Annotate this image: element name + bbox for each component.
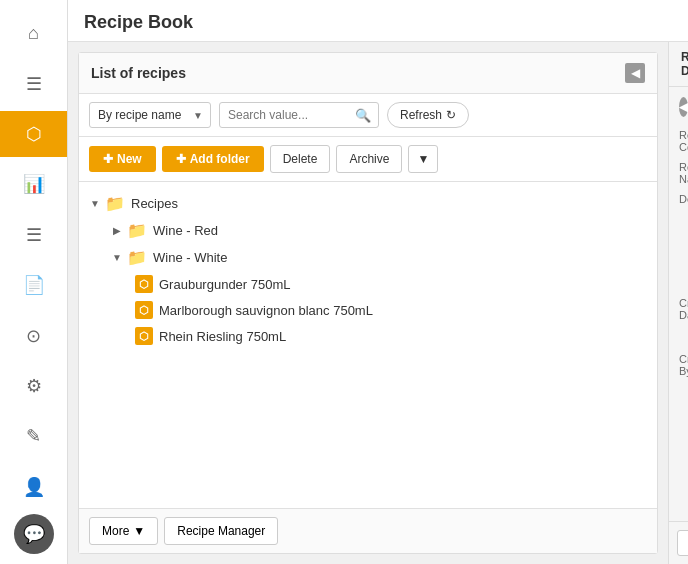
tree-item-rhein[interactable]: ⬡ Rhein Riesling 750mL bbox=[79, 323, 657, 349]
tree-toggle-root: ▼ bbox=[87, 198, 103, 209]
list-panel: List of recipes ◀ By recipe name By cate… bbox=[78, 52, 658, 554]
more-button[interactable]: More ▼ bbox=[89, 517, 158, 545]
list-panel-header: List of recipes ◀ bbox=[79, 53, 657, 94]
tree-label-wine-white: Wine - White bbox=[153, 250, 227, 265]
folder-icon-wine-white: 📁 bbox=[127, 248, 147, 267]
filter-toolbar: By recipe name By category By date ▼ 🔍 R… bbox=[79, 94, 657, 137]
recipe-manager-button[interactable]: Recipe Manager bbox=[164, 517, 278, 545]
more-chevron-icon: ▼ bbox=[133, 524, 145, 538]
sidebar: ⌂ ☰ ⬡ 📊 ☰ 📄 ⊙ ⚙ ✎ 👤 💬 bbox=[0, 0, 68, 564]
user-icon: 👤 bbox=[23, 476, 45, 498]
search-wrapper: 🔍 bbox=[219, 102, 379, 128]
tree-label-rhein: Rhein Riesling 750mL bbox=[159, 329, 286, 344]
sidebar-item-recipe-book[interactable]: ⬡ bbox=[0, 111, 67, 157]
action-toolbar: ✚ New ✚ Add folder Delete Archive ▼ bbox=[79, 137, 657, 182]
tree-label-grauburgunder: Grauburgunder 750mL bbox=[159, 277, 291, 292]
right-panel: Recipe Details ◀ Reci Recipe Code Recipe… bbox=[668, 42, 688, 564]
search-input[interactable] bbox=[219, 102, 379, 128]
settings-user-icon: ⚙ bbox=[26, 375, 42, 397]
sidebar-item-circle[interactable]: ⊙ bbox=[0, 312, 67, 358]
save-as-stock-button[interactable]: Save as Stock I bbox=[677, 530, 688, 556]
list-icon: ☰ bbox=[26, 73, 42, 95]
plus-icon: ✚ bbox=[103, 152, 113, 166]
folder-icon-root: 📁 bbox=[105, 194, 125, 213]
tree-item-grauburgunder[interactable]: ⬡ Grauburgunder 750mL bbox=[79, 271, 657, 297]
analytics-icon: 📊 bbox=[23, 173, 45, 195]
page-header: Recipe Book bbox=[68, 0, 688, 42]
new-label: New bbox=[117, 152, 142, 166]
tree-container: ▼ 📁 Recipes ▶ 📁 Wine - Red ▼ 📁 Wine - Wh… bbox=[79, 182, 657, 508]
chevron-down-icon: ▼ bbox=[417, 152, 429, 166]
refresh-icon: ↻ bbox=[446, 108, 456, 122]
add-folder-label: Add folder bbox=[190, 152, 250, 166]
tree-toggle-wine-red: ▶ bbox=[109, 225, 125, 236]
sidebar-item-user[interactable]: 👤 bbox=[0, 464, 67, 510]
circle-icon: ⊙ bbox=[26, 325, 41, 347]
main-content: Recipe Book List of recipes ◀ By recipe … bbox=[68, 0, 688, 564]
menu2-icon: ☰ bbox=[26, 224, 42, 246]
right-panel-footer: Save as Stock I bbox=[669, 521, 688, 564]
tree-label-wine-red: Wine - Red bbox=[153, 223, 218, 238]
more-actions-dropdown[interactable]: ▼ bbox=[408, 145, 438, 173]
edit-icon: ✎ bbox=[26, 425, 41, 447]
sidebar-item-edit[interactable]: ✎ bbox=[0, 413, 67, 459]
tab-recipe-details[interactable]: Recipe Details bbox=[669, 42, 688, 86]
delete-label: Delete bbox=[283, 152, 318, 166]
sidebar-bottom: 💬 bbox=[0, 514, 67, 564]
new-button[interactable]: ✚ New bbox=[89, 146, 156, 172]
filter-select-wrapper: By recipe name By category By date ▼ bbox=[89, 102, 211, 128]
add-folder-button[interactable]: ✚ Add folder bbox=[162, 146, 264, 172]
sidebar-item-menu2[interactable]: ☰ bbox=[0, 212, 67, 258]
folder-icon-wine-red: 📁 bbox=[127, 221, 147, 240]
recipe-icon-marlborough: ⬡ bbox=[135, 301, 153, 319]
chat-icon: 💬 bbox=[23, 523, 45, 545]
tree-label-root: Recipes bbox=[131, 196, 178, 211]
recipe-book-icon: ⬡ bbox=[26, 123, 42, 145]
content-area: List of recipes ◀ By recipe name By cate… bbox=[68, 42, 688, 564]
archive-label: Archive bbox=[349, 152, 389, 166]
sidebar-item-list[interactable]: ☰ bbox=[0, 60, 67, 106]
delete-button[interactable]: Delete bbox=[270, 145, 331, 173]
tree-item-wine-white[interactable]: ▼ 📁 Wine - White bbox=[79, 244, 657, 271]
chat-button[interactable]: 💬 bbox=[14, 514, 54, 554]
document-icon: 📄 bbox=[23, 274, 45, 296]
more-label: More bbox=[102, 524, 129, 538]
add-folder-plus-icon: ✚ bbox=[176, 152, 186, 166]
tree-item-recipes-root[interactable]: ▼ 📁 Recipes bbox=[79, 190, 657, 217]
tree-item-wine-red[interactable]: ▶ 📁 Wine - Red bbox=[79, 217, 657, 244]
home-icon: ⌂ bbox=[28, 23, 39, 44]
recipe-icon-rhein: ⬡ bbox=[135, 327, 153, 345]
tree-label-marlborough: Marlborough sauvignon blanc 750mL bbox=[159, 303, 373, 318]
archive-button[interactable]: Archive bbox=[336, 145, 402, 173]
filter-select[interactable]: By recipe name By category By date bbox=[89, 102, 211, 128]
recipe-section-icon: ◀ bbox=[679, 97, 688, 117]
sidebar-item-settings-user[interactable]: ⚙ bbox=[0, 363, 67, 409]
recipe-manager-label: Recipe Manager bbox=[177, 524, 265, 538]
sidebar-item-document[interactable]: 📄 bbox=[0, 262, 67, 308]
tab-recipe-details-label: Recipe Details bbox=[681, 50, 688, 78]
tree-item-marlborough[interactable]: ⬡ Marlborough sauvignon blanc 750mL bbox=[79, 297, 657, 323]
sidebar-item-home[interactable]: ⌂ bbox=[0, 10, 67, 56]
sidebar-item-analytics[interactable]: 📊 bbox=[0, 161, 67, 207]
right-panel-content: ◀ Reci Recipe Code Recipe Nam Descriptio… bbox=[669, 87, 688, 521]
refresh-label: Refresh bbox=[400, 108, 442, 122]
collapse-button[interactable]: ◀ bbox=[625, 63, 645, 83]
refresh-button[interactable]: Refresh ↻ bbox=[387, 102, 469, 128]
recipe-icon-grauburgunder: ⬡ bbox=[135, 275, 153, 293]
tree-toggle-wine-white: ▼ bbox=[109, 252, 125, 263]
right-panel-tabs: Recipe Details bbox=[669, 42, 688, 87]
page-title: Recipe Book bbox=[84, 12, 193, 32]
bottom-bar: More ▼ Recipe Manager bbox=[79, 508, 657, 553]
list-panel-title: List of recipes bbox=[91, 65, 186, 81]
